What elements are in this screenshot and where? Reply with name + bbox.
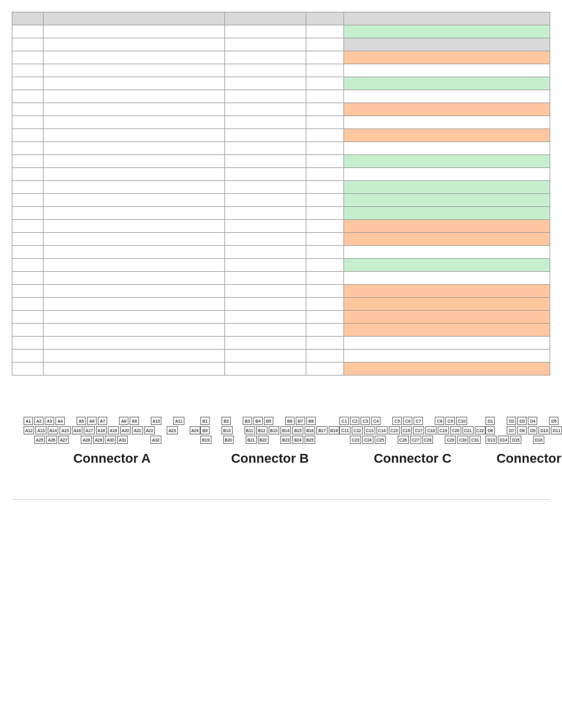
table-cell — [306, 12, 343, 25]
connector_c-pin-row-0: C1C2C3C4C5C6C7C8C9C10 — [339, 417, 485, 425]
table-cell — [44, 129, 225, 142]
pin-A29: A29 — [93, 436, 104, 444]
table-cell — [12, 90, 44, 103]
table-cell — [306, 168, 343, 181]
pin-empty — [339, 436, 349, 444]
table-cell — [306, 181, 343, 194]
table-cell — [44, 324, 225, 337]
pin-empty — [66, 417, 75, 425]
table-cell — [306, 220, 343, 233]
table-cell — [12, 220, 44, 233]
table-cell — [12, 337, 44, 350]
table-cell — [224, 363, 306, 375]
table-cell — [44, 181, 225, 194]
pin-empty — [434, 436, 444, 444]
table-cell-color — [343, 12, 550, 25]
pin-A6: A6 — [87, 417, 97, 425]
connector_b-block: B1B2B3B4B5B6B7B8B9B10B11B12B13B14B15B16B… — [200, 417, 339, 466]
table-cell — [306, 90, 343, 103]
table-cell — [224, 207, 306, 220]
pin-B10: B10 — [222, 426, 232, 434]
table-cell — [12, 194, 44, 207]
pin-A12: A12 — [24, 426, 34, 434]
table-cell-color — [343, 207, 550, 220]
table-cell — [44, 246, 225, 259]
table-cell — [224, 233, 306, 246]
pin-C29: C29 — [445, 436, 456, 444]
pin-empty — [163, 417, 172, 425]
table-cell — [224, 337, 306, 350]
table-cell-color — [343, 298, 550, 311]
table-cell-color — [343, 142, 550, 155]
table-cell — [12, 285, 44, 298]
connector-section: A1A2A3A4A5A6A7A8A9A10A11A12A13A14A15A16A… — [12, 411, 550, 487]
connector_b-pin-row-2: B19B20B21B22B23B24B25 — [200, 436, 339, 444]
table-cell — [224, 168, 306, 181]
connector_c-pin-row-1: C11C12C13C14C15C16C17C18C19C20C21C22 — [339, 426, 485, 434]
pin-D10: D10 — [538, 426, 550, 434]
pin-C8: C8 — [435, 417, 444, 425]
table-cell — [44, 259, 225, 272]
table-cell — [12, 272, 44, 285]
table-cell — [306, 259, 343, 272]
table-cell — [12, 77, 44, 90]
pin-A8: A8 — [119, 417, 128, 425]
pin-B17: B17 — [316, 426, 327, 434]
table-cell-color — [343, 25, 550, 38]
pin-B1: B1 — [200, 417, 210, 425]
pin-C19: C19 — [438, 426, 449, 434]
table-cell — [224, 220, 306, 233]
pin-A3: A3 — [45, 417, 54, 425]
connector_b-pin-row-0: B1B2B3B4B5B6B7B8 — [200, 417, 339, 425]
table-cell — [44, 90, 225, 103]
pin-C31: C31 — [470, 436, 481, 444]
table-cell — [224, 77, 306, 90]
table-cell — [224, 246, 306, 259]
pin-empty — [173, 436, 183, 444]
table-cell — [224, 51, 306, 64]
pin-C25: C25 — [375, 436, 386, 444]
table-cell-color — [343, 337, 550, 350]
pin-B6: B6 — [285, 417, 295, 425]
pin-empty — [129, 436, 138, 444]
pin-A5: A5 — [77, 417, 86, 425]
table-cell — [44, 350, 225, 363]
connector_b-pin-grid: B1B2B3B4B5B6B7B8B9B10B11B12B13B14B15B16B… — [200, 417, 339, 444]
table-cell-color — [343, 259, 550, 272]
table-cell-color — [343, 90, 550, 103]
pin-A10: A10 — [151, 417, 161, 425]
pin-A1: A1 — [24, 417, 33, 425]
connector_c-label: Connector C — [373, 451, 451, 466]
table-cell — [44, 51, 225, 64]
table-cell — [12, 259, 44, 272]
connector_d-pin-row-0: D1D2D3D4D5 — [485, 417, 562, 425]
pin-empty — [70, 436, 80, 444]
pin-C15: C15 — [389, 426, 400, 434]
table-cell — [224, 350, 306, 363]
pin-B11: B11 — [244, 426, 255, 434]
table-cell — [306, 155, 343, 168]
table-cell-color — [343, 363, 550, 375]
table-cell-color — [343, 181, 550, 194]
pin-D9: D9 — [528, 426, 537, 434]
pin-A30: A30 — [105, 436, 115, 444]
pin-empty — [538, 417, 548, 425]
pin-empty — [156, 426, 166, 434]
table-cell — [306, 350, 343, 363]
pin-empty — [275, 417, 284, 425]
table-cell — [224, 194, 306, 207]
pin-B8: B8 — [306, 417, 316, 425]
table-cell — [224, 285, 306, 298]
connector_d-pin-row-2: D13D14D15D16 — [485, 436, 562, 444]
pin-A26: A26 — [46, 436, 57, 444]
table-cell — [44, 64, 225, 77]
table-cell — [306, 77, 343, 90]
connector_a-pin-row-0: A1A2A3A4A5A6A7A8A9A10A11 — [24, 417, 200, 425]
table-cell — [12, 168, 44, 181]
table-cell — [224, 12, 306, 25]
pin-C22: C22 — [475, 426, 486, 434]
pin-C3: C3 — [361, 417, 370, 425]
pin-A9: A9 — [130, 417, 139, 425]
pin-D5: D5 — [549, 417, 558, 425]
table-cell — [224, 272, 306, 285]
